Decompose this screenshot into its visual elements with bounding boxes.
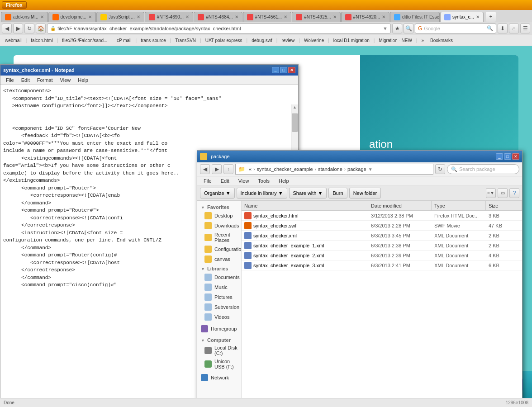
notepad-menu-help[interactable]: Help — [74, 77, 92, 83]
share-with-button[interactable]: Share with ▼ — [289, 188, 327, 199]
breadcrumb-part1[interactable]: syntax_checker_example — [256, 166, 313, 172]
table-row[interactable]: syntax_checker.swf 6/3/2013 2:28 PM SWF … — [242, 221, 522, 231]
nav-item-videos[interactable]: Videos — [197, 312, 241, 322]
bookmark-gfalcon[interactable]: file:///G:/Falcon/sand... — [60, 37, 109, 44]
favorites-arrow[interactable]: ▼ — [201, 205, 205, 210]
tab-dev[interactable]: developme... ✕ — [48, 12, 96, 22]
nav-item-downloads[interactable]: Downloads — [197, 221, 241, 231]
explorer-search-bar[interactable]: 🔍 Search package — [447, 164, 519, 174]
nav-item-pictures[interactable]: Pictures — [197, 292, 241, 302]
settings-button[interactable]: ☰ — [520, 24, 530, 33]
explorer-menu-file[interactable]: File — [200, 178, 215, 184]
bookmark-star-button[interactable]: ★ — [392, 24, 402, 33]
nav-item-music[interactable]: Music — [197, 282, 241, 292]
forward-button[interactable]: ▶ — [13, 24, 23, 33]
bookmark-falcon[interactable]: falcon.html — [28, 37, 55, 44]
search-bar[interactable]: G Google 🔍 — [415, 24, 496, 33]
include-library-button[interactable]: Include in library ▼ — [237, 188, 287, 199]
col-header-type[interactable]: Type — [432, 201, 486, 210]
libraries-arrow[interactable]: ▼ — [201, 267, 205, 271]
nav-item-homegroup[interactable]: Homegroup — [197, 324, 241, 334]
nav-item-recent[interactable]: Recent Places — [197, 231, 241, 244]
tab-nts4561[interactable]: #NTS-4561... ✕ — [243, 12, 291, 22]
col-header-size[interactable]: Size — [486, 201, 522, 210]
tab-nts4684[interactable]: #NTS-4684... ✕ — [194, 12, 242, 22]
explorer-back-button[interactable]: ◀ — [200, 164, 210, 174]
home-button[interactable]: 🏠 — [36, 24, 46, 33]
downloads-button[interactable]: ⬇ — [498, 24, 508, 33]
burn-button[interactable]: Burn — [328, 188, 347, 199]
col-header-date[interactable]: Date modified — [368, 201, 432, 210]
explorer-up-button[interactable]: ↑ — [223, 164, 233, 174]
bookmark-uat[interactable]: UAT polar express — [203, 37, 245, 44]
nav-item-canvas[interactable]: canvas — [197, 254, 241, 264]
tab-close-icon[interactable]: ✕ — [333, 14, 337, 19]
explorer-maximize-button[interactable]: □ — [504, 153, 511, 160]
tab-nts4690[interactable]: #NTS-4690... ✕ — [145, 12, 193, 22]
tab-syntax[interactable]: syntax_c... ✕ — [440, 12, 484, 22]
refresh-button[interactable]: ↻ — [24, 24, 34, 33]
new-folder-button[interactable]: New folder — [349, 188, 381, 199]
explorer-minimize-button[interactable]: _ — [496, 153, 503, 160]
tab-close-icon[interactable]: ✕ — [88, 14, 92, 19]
table-row[interactable]: syntax_checker_example_1.xml 6/3/2013 2:… — [242, 241, 522, 251]
bookmark-migration-new[interactable]: Migration - NEW — [376, 37, 414, 44]
tab-close-icon[interactable]: ✕ — [235, 14, 238, 19]
notepad-menu-format[interactable]: Format — [33, 77, 57, 83]
notepad-menu-view[interactable]: View — [57, 77, 75, 83]
nav-item-desktop[interactable]: Desktop — [197, 211, 241, 221]
explorer-menu-edit[interactable]: Edit — [217, 178, 233, 184]
tab-close-icon[interactable]: ✕ — [185, 14, 189, 19]
search-button[interactable]: 🔍 — [404, 24, 413, 33]
organize-button[interactable]: Organize ▼ — [200, 188, 235, 199]
nav-item-network[interactable]: Network — [197, 373, 241, 383]
preview-pane-button[interactable]: ▭ — [498, 188, 508, 198]
col-header-name[interactable]: Name — [242, 201, 368, 210]
nav-item-configuration[interactable]: Configuration — [197, 244, 241, 254]
tab-nts4925[interactable]: #NTS-4925... ✕ — [292, 12, 340, 22]
new-tab-button[interactable]: + — [486, 12, 496, 22]
breadcrumb-part3[interactable]: package — [347, 166, 366, 172]
tab-addons[interactable]: add-ons M... ✕ — [1, 12, 48, 22]
tab-close-icon[interactable]: ✕ — [137, 14, 140, 19]
tab-close-icon[interactable]: ✕ — [382, 14, 385, 19]
bookmarks-more[interactable]: » — [419, 37, 426, 44]
view-options-button[interactable]: ≡▼ — [486, 188, 496, 198]
table-row[interactable]: syntax_checker.html 3/12/2013 2:38 PM Fi… — [242, 211, 522, 221]
bookmark-trans[interactable]: trans-source — [138, 37, 168, 44]
explorer-refresh-button[interactable]: ↻ — [435, 164, 445, 174]
explorer-menu-tools[interactable]: Tools — [254, 178, 273, 184]
scroll-up-button[interactable]: ▲ — [291, 104, 298, 110]
nav-item-usb[interactable]: Unicon USB (F:) — [197, 357, 241, 371]
tab-files[interactable]: ditto Files: IT Esse... ✕ — [390, 12, 440, 22]
explorer-menu-view[interactable]: View — [235, 178, 253, 184]
explorer-menu-help[interactable]: Help — [275, 178, 293, 184]
nav-item-local-disk[interactable]: Local Disk (C:) — [197, 344, 241, 357]
bookmark-webmail[interactable]: webmail — [3, 37, 24, 44]
breadcrumb-part2[interactable]: standalone — [318, 166, 342, 172]
nav-item-subversion[interactable]: Subversion — [197, 302, 241, 312]
nav-item-documents[interactable]: Documents — [197, 272, 241, 282]
explorer-address-bar[interactable]: 📁 « › syntax_checker_example › standalon… — [235, 164, 433, 175]
computer-arrow[interactable]: ▼ — [201, 338, 205, 343]
notepad-menu-file[interactable]: File — [2, 77, 18, 83]
search-submit-icon[interactable]: 🔍 — [487, 25, 493, 31]
table-row[interactable]: syntax_checker_example_2.xml 6/3/2013 2:… — [242, 251, 522, 260]
notepad-maximize-button[interactable]: □ — [280, 67, 287, 73]
tab-js[interactable]: JavaScript ... ✕ — [96, 12, 144, 22]
home-nav-button[interactable]: ⌂ — [509, 24, 519, 33]
firefox-menu-button[interactable]: Firefox — [2, 1, 27, 9]
bookmark-d1migration[interactable]: local D1 migration — [331, 37, 372, 44]
tab-nts4920[interactable]: #NTS-4920... ✕ — [341, 12, 390, 22]
bookmark-cpmail[interactable]: cP mail — [114, 37, 134, 44]
breadcrumb-root[interactable]: « — [249, 166, 252, 172]
notepad-close-button[interactable]: ✕ — [288, 67, 295, 73]
bookmark-debug[interactable]: debug.swf — [249, 37, 275, 44]
bookmark-transsvn[interactable]: TransSVN — [173, 37, 198, 44]
back-button[interactable]: ◀ — [2, 24, 12, 33]
explorer-close-button[interactable]: ✕ — [512, 153, 519, 160]
explorer-forward-button[interactable]: ▶ — [212, 164, 222, 174]
bookmark-wolverine[interactable]: Wolverine — [302, 37, 326, 44]
table-row[interactable]: syntax_checker_example_3.xml 6/3/2013 2:… — [242, 260, 522, 270]
notepad-menu-edit[interactable]: Edit — [18, 77, 33, 83]
